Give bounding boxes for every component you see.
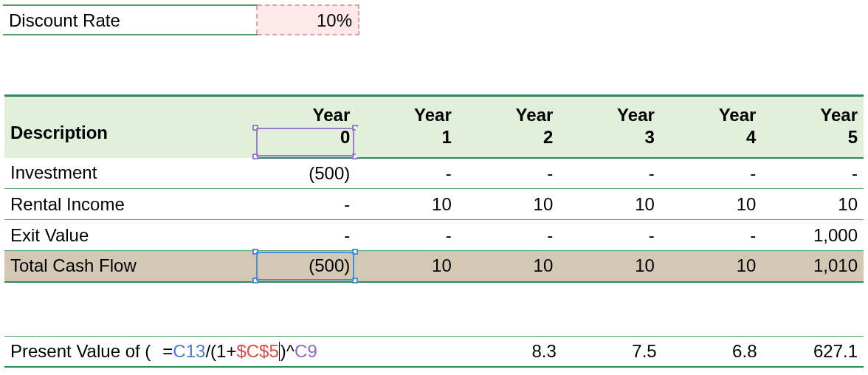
total-y3[interactable]: 10 <box>559 251 661 282</box>
discount-rate-row: Discount Rate 10% <box>3 4 359 35</box>
pv-label: Present Value of ( <box>4 336 156 367</box>
exit-y2[interactable]: - <box>458 220 559 251</box>
exit-y0[interactable]: - <box>255 220 356 251</box>
formula-close: ) <box>280 341 286 361</box>
investment-y1[interactable]: - <box>356 158 458 189</box>
total-y5[interactable]: 1,010 <box>762 251 864 282</box>
pv-y2[interactable]: 8.3 <box>462 336 562 367</box>
row-exit: Exit Value - - - - - 1,000 <box>4 220 864 251</box>
present-value-row: Present Value of ( =C13/(1+$C$5)^C9 8.3 … <box>4 336 864 368</box>
total-y4[interactable]: 10 <box>661 251 762 282</box>
pv-y4[interactable]: 6.8 <box>663 336 763 367</box>
year-word-2: Year <box>458 96 559 127</box>
total-y0-text: (500) <box>309 255 350 275</box>
pv-y1[interactable] <box>362 336 462 367</box>
row-total: Total Cash Flow (500) 10 10 10 10 1,010 <box>4 251 864 282</box>
rental-y0[interactable]: - <box>255 189 356 220</box>
total-y2[interactable]: 10 <box>458 251 559 282</box>
investment-y4[interactable]: - <box>661 158 762 189</box>
exit-y4[interactable]: - <box>661 220 762 251</box>
year-1-header: 1 <box>356 127 458 158</box>
year-word-4: Year <box>661 96 762 127</box>
discount-rate-label: Discount Rate <box>3 5 257 35</box>
year-word-3: Year <box>559 96 661 127</box>
rental-y2[interactable]: 10 <box>458 189 559 220</box>
year-0-header[interactable]: 0 <box>255 127 356 158</box>
rental-y5[interactable]: 10 <box>762 189 864 220</box>
year-2-header: 2 <box>458 127 559 158</box>
pv-y5[interactable]: 627.1 <box>762 336 864 367</box>
year-0-text: 0 <box>340 127 350 147</box>
rental-y1[interactable]: 10 <box>356 189 458 220</box>
exit-y3[interactable]: - <box>559 220 661 251</box>
investment-label: Investment <box>4 158 255 189</box>
formula-c9: C9 <box>294 341 317 361</box>
investment-y3[interactable]: - <box>559 158 661 189</box>
investment-y5[interactable]: - <box>762 158 864 189</box>
rental-y4[interactable]: 10 <box>661 189 762 220</box>
total-y1[interactable]: 10 <box>356 251 458 282</box>
formula-div: /(1+ <box>205 341 236 361</box>
year-5-header: 5 <box>762 127 864 158</box>
pv-formula-cell[interactable]: =C13/(1+$C$5)^C9 <box>156 336 362 367</box>
header-row-year-word: Description Year Year Year Year Year Yea… <box>4 96 864 127</box>
year-word-0: Year <box>255 96 356 127</box>
investment-y0[interactable]: (500) <box>255 158 356 189</box>
cash-flow-table: Description Year Year Year Year Year Yea… <box>4 94 864 283</box>
exit-y5[interactable]: 1,000 <box>762 220 864 251</box>
row-rental: Rental Income - 10 10 10 10 10 <box>4 189 864 220</box>
total-y0-cell[interactable]: (500) <box>255 251 356 282</box>
year-3-header: 3 <box>559 127 661 158</box>
row-investment: Investment (500) - - - - - <box>4 158 864 189</box>
year-word-5: Year <box>762 96 864 127</box>
formula-caret-sym: ^ <box>286 341 294 361</box>
investment-y2[interactable]: - <box>458 158 559 189</box>
exit-label: Exit Value <box>4 220 255 251</box>
formula-eq: = <box>162 341 173 361</box>
year-4-header: 4 <box>661 127 762 158</box>
formula-c5: $C$5 <box>236 341 278 361</box>
text-caret <box>279 342 280 361</box>
exit-y1[interactable]: - <box>356 220 458 251</box>
rental-y3[interactable]: 10 <box>559 189 661 220</box>
discount-rate-cell[interactable]: 10% <box>257 5 359 35</box>
total-label: Total Cash Flow <box>4 251 255 282</box>
formula-c13: C13 <box>173 341 205 361</box>
pv-y3[interactable]: 7.5 <box>562 336 663 367</box>
description-header: Description <box>4 96 255 158</box>
year-word-1: Year <box>356 96 458 127</box>
rental-label: Rental Income <box>4 189 255 220</box>
